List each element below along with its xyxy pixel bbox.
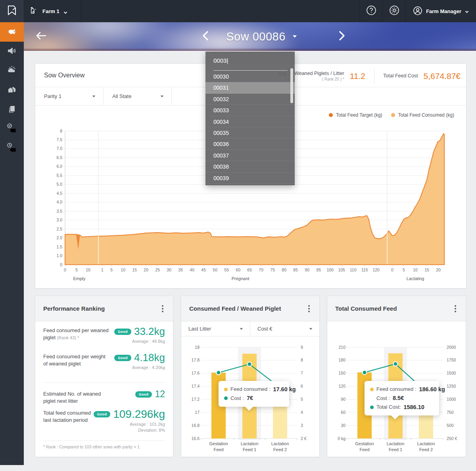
chevron-down-icon	[465, 9, 469, 13]
tooltip-row: Cost : 8.5€	[370, 394, 434, 402]
stat-label: Total Feed Cost	[383, 73, 418, 79]
svg-text:45: 45	[201, 267, 206, 272]
sidebar-item-sow-check[interactable]	[0, 119, 24, 139]
app-logo[interactable]	[0, 0, 24, 22]
gear-icon	[389, 5, 399, 17]
sow-dropdown-item[interactable]: 00035	[205, 127, 295, 138]
filter-value: All State	[112, 93, 131, 99]
sow-dropdown-item[interactable]: 00034	[205, 116, 295, 127]
logo-icon	[6, 4, 18, 18]
svg-text:105: 105	[338, 267, 345, 272]
svg-text:10: 10	[86, 267, 90, 272]
svg-text:5: 5	[301, 397, 303, 402]
svg-text:1250: 1250	[447, 384, 456, 388]
svg-text:7.0: 7.0	[56, 146, 62, 151]
sow-dropdown-item[interactable]: 00038	[205, 161, 295, 172]
svg-text:55: 55	[224, 267, 229, 272]
svg-text:0: 0	[391, 267, 393, 272]
sow-selector[interactable]: Sow 00086	[206, 22, 317, 51]
metric-label: Feed consumed per weight of weaned pigle…	[43, 352, 110, 370]
tooltip-dot	[370, 388, 374, 391]
svg-text:5.0: 5.0	[56, 182, 62, 186]
svg-text:1: 1	[101, 267, 104, 272]
sow-history-icon	[6, 142, 17, 155]
tooltip-value: 1586.10	[403, 403, 424, 411]
sow-icon	[7, 26, 17, 38]
back-button[interactable]	[34, 29, 48, 44]
svg-text:Feed 1: Feed 1	[389, 447, 402, 452]
status-badge: Good	[114, 329, 131, 335]
tooltip-label: Total Cost:	[376, 403, 401, 411]
user-icon	[413, 6, 422, 17]
sow-dropdown-item[interactable]: 00036	[205, 138, 295, 150]
farm-icon	[30, 6, 38, 16]
sow-dropdown-item[interactable]: 00033	[205, 105, 295, 116]
reports-icon	[7, 104, 17, 115]
legend-label: Total Feed Consumed (kg)	[398, 112, 454, 118]
chevron-right-icon	[339, 31, 345, 42]
tooltip-label: Feed consumed :	[376, 385, 416, 393]
consumed-feed-chart[interactable]: 18917.8817.6717.4617.2517416.8316.62 €Ge…	[181, 296, 320, 458]
legend-label: Total Feed Target (kg)	[336, 112, 382, 118]
svg-text:30: 30	[341, 423, 345, 428]
hero-header: Sow 00086	[24, 22, 476, 51]
svg-text:80: 80	[282, 267, 286, 272]
chevron-down-icon	[63, 9, 67, 13]
sidebar-item-reports[interactable]	[0, 100, 24, 119]
parity-filter[interactable]: Parity 1	[35, 87, 104, 105]
sow-dropdown-item[interactable]: 00031	[205, 82, 295, 93]
farm-switcher[interactable]: Farm 1	[24, 0, 81, 22]
svg-text:Feed 1: Feed 1	[243, 447, 256, 452]
kebab-menu-icon[interactable]	[160, 304, 165, 314]
sidebar-item-speaker[interactable]	[0, 42, 24, 61]
text-cursor: |	[226, 57, 228, 64]
svg-text:Lactation: Lactation	[271, 441, 289, 446]
settings-button[interactable]	[382, 0, 405, 22]
svg-text:Feed 2: Feed 2	[273, 447, 287, 452]
total-consumed-feed-card: Total Consumed Feed 21020001801750150150…	[327, 296, 466, 457]
svg-text:210: 210	[338, 345, 345, 350]
sidebar-item-sow-history[interactable]	[0, 139, 24, 158]
cost-point-0[interactable]	[217, 371, 221, 375]
help-button[interactable]	[359, 0, 382, 22]
svg-text:Lactation: Lactation	[417, 441, 435, 446]
sow-dropdown-item[interactable]: 00032	[205, 94, 295, 105]
svg-text:500: 500	[447, 423, 454, 428]
total-consumed-chart[interactable]: 2102000180175015015001201250901000607503…	[327, 296, 466, 458]
sidebar-item-barns[interactable]	[0, 81, 24, 100]
status-badge: Good	[135, 391, 152, 398]
state-filter[interactable]: All State	[104, 87, 172, 105]
sow-dropdown-item[interactable]: 00037	[205, 150, 295, 161]
svg-text:8: 8	[60, 129, 62, 133]
user-menu[interactable]: Farm Manager	[405, 0, 476, 22]
svg-text:9: 9	[301, 345, 303, 350]
sidebar-item-sow[interactable]	[0, 22, 24, 42]
tooltip-dot	[370, 396, 374, 400]
svg-text:30: 30	[167, 267, 171, 272]
svg-text:1.5: 1.5	[56, 244, 62, 249]
svg-text:20: 20	[144, 267, 148, 272]
svg-text:7: 7	[301, 371, 303, 375]
tooltip-label: Feed consumed :	[230, 385, 270, 393]
card-title: Performance Ranking	[43, 305, 105, 312]
cost-point-0[interactable]	[363, 370, 367, 375]
metric-average: Average : 4.20kg	[114, 365, 165, 370]
tooltip-dot	[224, 388, 228, 391]
sow-search-input[interactable]: 0003|	[205, 52, 295, 71]
svg-text:4.5: 4.5	[56, 191, 62, 196]
sow-dropdown-item[interactable]: 00030	[205, 71, 295, 82]
sidebar-item-weather[interactable]	[0, 61, 24, 81]
next-sow-button[interactable]	[335, 29, 349, 44]
metric-value: 33.2kg	[134, 325, 165, 338]
svg-text:Pregnant: Pregnant	[232, 276, 250, 281]
cost-point-1[interactable]	[393, 362, 398, 366]
user-name: Farm Manager	[426, 8, 461, 14]
svg-text:Empty: Empty	[73, 276, 86, 281]
cost-point-1[interactable]	[248, 362, 252, 366]
sow-dropdown-item[interactable]: 00039	[205, 173, 295, 184]
svg-text:85: 85	[293, 267, 298, 272]
status-badge: Good	[114, 355, 131, 361]
chart-tooltip: Feed consumed : 17.60 kg Cost : 7€	[219, 381, 289, 407]
svg-text:5.5: 5.5	[56, 173, 62, 178]
scrollbar-thumb[interactable]	[290, 68, 293, 103]
